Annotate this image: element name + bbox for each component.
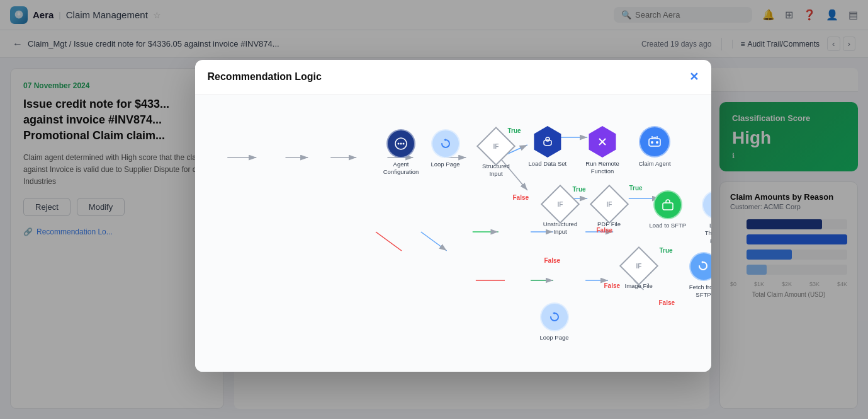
node-load-data-label: Load Data Set — [529, 160, 567, 168]
svg-line-11 — [376, 232, 402, 251]
true-label-2: True — [573, 186, 586, 193]
node-structured-input: IF Structured Input — [476, 132, 517, 178]
modal-body: Agent Configuration Loop Page IF — [195, 95, 711, 372]
node-run-remote-label: Run Remote Function — [582, 160, 623, 176]
svg-point-26 — [651, 141, 653, 144]
svg-point-24 — [546, 137, 550, 141]
node-image-file: IF Image File — [625, 252, 653, 290]
node-fetch-sftp-label: Fetch from SFTP — [689, 284, 711, 299]
node-loop-pdf-label: Loop Through PDF — [702, 222, 711, 245]
modal-overlay[interactable]: Recommendation Logic ✕ — [0, 0, 868, 419]
node-loop-pdf: Loop Through PDF — [702, 190, 711, 245]
svg-line-12 — [420, 232, 446, 251]
node-loop-page-1-label: Loop Page — [431, 161, 460, 168]
node-loop-page-1: Loop Page — [431, 129, 460, 168]
node-agent-config-label: Agent Configuration — [381, 161, 422, 176]
false-label-1: False — [513, 194, 529, 201]
svg-point-22 — [400, 143, 402, 145]
svg-point-27 — [656, 141, 658, 144]
false-label-5: False — [659, 299, 675, 306]
true-label-1: True — [508, 127, 521, 134]
node-claim-agent-1-label: Claim Agent — [639, 160, 671, 168]
svg-point-21 — [398, 143, 400, 145]
true-label-4: True — [660, 247, 673, 254]
workflow-canvas: Agent Configuration Loop Page IF — [195, 95, 711, 372]
node-load-data: Load Data Set — [529, 126, 567, 168]
node-fetch-sftp: Fetch from SFTP — [689, 252, 711, 299]
modal-close-button[interactable]: ✕ — [689, 70, 699, 84]
svg-rect-25 — [649, 139, 660, 146]
node-run-remote: Run Remote Function — [582, 126, 623, 176]
modal-title: Recommendation Logic — [208, 71, 322, 83]
false-label-3: False — [544, 257, 561, 264]
true-label-3: True — [629, 185, 643, 192]
svg-rect-36 — [663, 203, 673, 210]
node-pdf-file: IF PDF File — [595, 190, 623, 228]
svg-point-23 — [403, 143, 405, 145]
node-load-sftp: Load to SFTP — [650, 190, 687, 229]
false-label-2: False — [597, 227, 613, 234]
node-unstruct-input: IF Unstructured Input — [540, 190, 581, 236]
node-agent-config: Agent Configuration — [381, 129, 422, 176]
node-load-sftp-label: Load to SFTP — [650, 222, 687, 229]
node-loop-page-2: Loop Page — [540, 302, 569, 342]
modal-header: Recommendation Logic ✕ — [195, 60, 711, 95]
recommendation-logic-modal: Recommendation Logic ✕ — [195, 60, 711, 372]
node-loop-page-2-label: Loop Page — [540, 334, 569, 342]
node-claim-agent-1: Claim Agent — [639, 126, 671, 168]
false-label-4: False — [604, 282, 621, 289]
